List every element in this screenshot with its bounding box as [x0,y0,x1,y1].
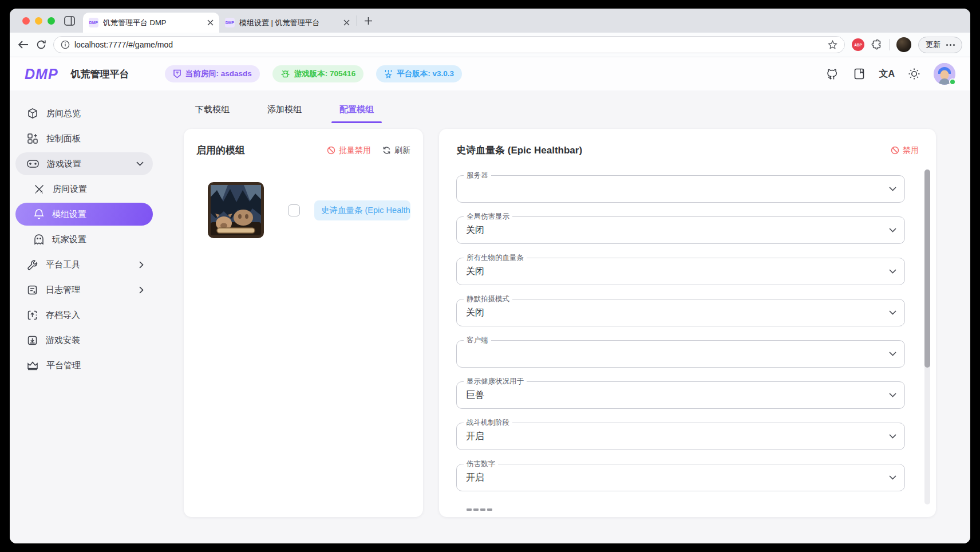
select-silent-capture-mode[interactable]: 静默拍摄模式 关闭 [456,299,905,326]
browser-profile-avatar[interactable] [896,37,911,52]
sidebar-item-label: 玩家设置 [52,234,144,245]
batch-disable-button[interactable]: 批量禁用 [327,145,371,156]
enabled-mods-panel: 启用的模组 批量禁用 刷新 [184,129,423,517]
select-server[interactable]: 服务器 [456,175,905,203]
back-icon[interactable] [18,40,29,49]
sidebar-item-room-settings[interactable]: 房间设置 [15,178,153,200]
bookmark-star-icon[interactable] [828,40,837,50]
field-value [457,184,466,194]
panel-scrollbar-track [924,169,930,504]
select-client[interactable]: 客户端 [456,340,905,368]
sidebar-item-label: 模组设置 [52,209,144,220]
sidebar-item-label: 控制面板 [46,133,144,144]
translate-icon[interactable]: 文A [879,68,895,80]
field-label: 客户端 [464,336,491,345]
bell-icon [34,208,44,220]
mod-checkbox[interactable] [288,204,300,216]
user-avatar[interactable] [934,63,955,85]
sidebar-item-log-management[interactable]: 日志管理 [15,278,153,301]
field-label: 静默拍摄模式 [464,294,512,304]
sidebar-item-mod-settings[interactable]: 模组设置 [15,203,153,226]
app-header: DMP 饥荒管理平台 当前房间: asdasds 游戏版本: 705416 [10,57,970,90]
sidebar-item-label: 游戏安装 [46,335,144,346]
enabled-mods-title: 启用的模组 [196,144,245,157]
platform-version-text: 平台版本: v3.0.3 [397,69,454,79]
tab-configure-mods[interactable]: 配置模组 [331,97,382,123]
wrench-icon [27,259,38,270]
close-tab-icon[interactable] [343,19,350,26]
sidebar-item-platform-tools[interactable]: 平台工具 [15,253,153,276]
tab-download-mods[interactable]: 下载模组 [187,97,238,123]
close-tab-icon[interactable] [207,19,214,26]
mod-list-item: 史诗血量条 (Epic Healthbar [196,182,410,238]
sidebar-item-label: 平台管理 [46,360,144,371]
zoom-window-button[interactable] [48,17,55,25]
select-all-creatures-healthbar[interactable]: 所有生物的血量条 关闭 [456,258,905,285]
mod-name-pill[interactable]: 史诗血量条 (Epic Healthbar [314,200,410,220]
site-info-icon[interactable] [61,40,70,49]
batch-disable-label: 批量禁用 [339,145,371,156]
reload-icon[interactable] [36,40,46,50]
sidebar-item-label: 房间设置 [53,184,144,195]
no-entry-icon [891,146,899,155]
current-room-text: 当前房间: asdasds [185,69,252,79]
online-status-dot [949,78,956,85]
mod-tabs: 下载模组 添加模组 配置模组 [184,97,936,123]
address-bar[interactable]: localhost:7777/#/game/mod [53,36,845,53]
content-area: 下载模组 添加模组 配置模组 启用的模组 批量禁用 [164,90,970,543]
swords-icon [34,184,45,195]
browser-tab-active[interactable]: DMP 饥荒管理平台 DMP [83,13,219,33]
sidebar-item-label: 平台工具 [46,259,131,270]
minimize-window-button[interactable] [35,17,42,25]
traffic-lights [15,9,61,33]
field-value: 巨兽 [457,390,484,400]
sidebar-item-label: 房间总览 [46,108,144,119]
tab-add-mods[interactable]: 添加模组 [259,97,310,123]
no-entry-icon [327,146,335,155]
close-window-button[interactable] [22,17,30,25]
tab-overview-icon[interactable] [64,16,75,26]
select-damage-numbers[interactable]: 伤害数字 开启 [456,464,905,491]
select-combat-mechanic-phase[interactable]: 战斗机制阶段 开启 [456,423,905,450]
header-icons: 文A [827,63,955,85]
chevron-down-icon [889,393,896,397]
dmp-app: DMP 饥荒管理平台 当前房间: asdasds 游戏版本: 705416 [10,57,970,543]
sidebar-item-control-panel[interactable]: 控制面板 [15,127,153,150]
docs-book-icon[interactable] [853,68,866,80]
refresh-button[interactable]: 刷新 [382,145,410,156]
theme-sun-icon[interactable] [908,68,920,80]
android-bug-icon [280,70,290,78]
panels: 启用的模组 批量禁用 刷新 [184,129,936,517]
new-tab-button[interactable] [364,17,373,25]
sidebar-item-room-overview[interactable]: 房间总览 [15,102,153,125]
browser-window: DMP 饥荒管理平台 DMP DMP 模组设置 | 饥荒管理平台 [10,9,970,543]
field-label: 显示健康状况用于 [464,377,527,387]
adblock-extension-icon[interactable]: ABP [852,38,864,51]
disable-label: 禁用 [903,145,919,156]
clipped-field-label [456,505,905,511]
clipped-next-field [456,505,905,513]
browser-tab-inactive[interactable]: DMP 模组设置 | 饥荒管理平台 [219,13,355,33]
chevron-down-icon [889,352,896,356]
app-title: 饥荒管理平台 [71,68,129,81]
sidebar-item-player-settings[interactable]: 玩家设置 [15,228,153,251]
field-value: 开启 [457,472,484,482]
field-label: 全局伤害显示 [464,212,512,222]
sidebar-item-label: 游戏设置 [47,159,128,169]
sidebar: 房间总览 控制面板 游戏设置 [10,90,164,543]
sidebar-item-game-install[interactable]: 游戏安装 [15,329,153,352]
sidebar-item-platform-management[interactable]: 平台管理 [15,354,153,377]
update-button[interactable]: 更新 [918,37,962,53]
extensions-puzzle-icon[interactable] [871,40,882,50]
github-icon[interactable] [827,68,840,81]
sidebar-item-game-settings[interactable]: 游戏设置 [15,152,153,175]
chevron-down-icon [889,228,896,232]
mod-config-panel: 史诗血量条 (Epic Healthbar) 禁用 服务器 [439,129,936,517]
select-global-damage-display[interactable]: 全局伤害显示 关闭 [456,216,905,244]
sidebar-item-save-import[interactable]: 存档导入 [15,303,153,326]
select-show-health-for[interactable]: 显示健康状况用于 巨兽 [456,381,905,409]
sidebar-item-label: 存档导入 [46,310,144,321]
panel-scrollbar-thumb[interactable] [924,169,930,368]
disable-mod-button[interactable]: 禁用 [891,145,919,156]
more-menu-icon[interactable] [946,44,955,46]
